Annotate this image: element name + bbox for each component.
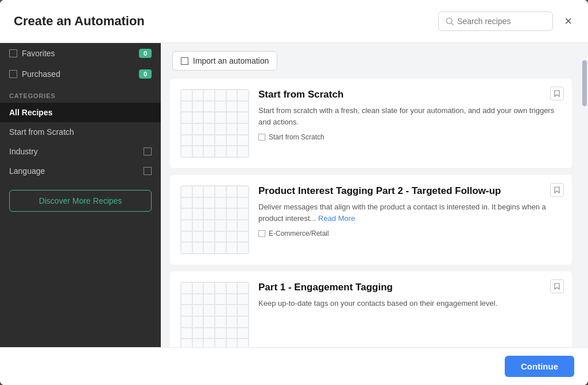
recipe-desc-3: Keep up-to-date tags on your contacts ba…	[258, 298, 562, 309]
grid-cell	[215, 339, 226, 347]
recipe-thumbnail-1: // grid cells rendered inline below	[180, 89, 249, 158]
svg-line-1	[451, 23, 454, 25]
grid-cell	[192, 305, 204, 316]
grid-cell	[237, 123, 249, 135]
grid-cell	[203, 90, 215, 101]
recipe-bookmark-button-2[interactable]	[550, 183, 564, 197]
grid-cell	[192, 316, 204, 328]
create-automation-modal: Create an Automation × Favorites 0	[0, 0, 588, 385]
grid-cell	[215, 294, 226, 305]
grid-cell	[192, 123, 204, 135]
purchased-checkbox[interactable]	[9, 70, 17, 78]
grid-cell	[215, 282, 226, 294]
grid-cell	[237, 220, 249, 231]
grid-cell	[226, 135, 238, 146]
grid-cell	[226, 294, 238, 305]
recipe-bookmark-button-1[interactable]	[550, 87, 564, 100]
favorites-checkbox[interactable]	[9, 49, 17, 57]
grid-cell	[181, 242, 192, 254]
grid-cell	[215, 316, 226, 328]
grid-cell	[215, 328, 226, 339]
all-recipes-label: All Recipes	[9, 108, 52, 117]
grid-cell	[237, 328, 249, 339]
grid-cell	[226, 231, 238, 243]
grid-cell	[203, 220, 215, 231]
recipe-bookmark-button-3[interactable]	[550, 279, 564, 293]
grid-cell	[237, 90, 249, 101]
grid-cell	[226, 146, 238, 157]
grid-cell	[215, 220, 226, 231]
grid-cell	[203, 208, 215, 220]
main-toolbar: Import an automation	[161, 43, 581, 79]
continue-button[interactable]: Continue	[505, 356, 574, 377]
grid-cell	[226, 123, 238, 135]
sidebar: Favorites 0 Purchased 0 CATEGORIES All R…	[0, 43, 161, 347]
grid-cell	[237, 101, 249, 112]
grid-cell	[181, 231, 192, 243]
grid-cell	[181, 328, 192, 339]
recipe-tag-2: E-Commerce/Retail	[258, 230, 562, 238]
language-expand-icon[interactable]	[144, 167, 152, 175]
grid-cell	[215, 146, 226, 157]
sidebar-item-purchased[interactable]: Purchased 0	[0, 64, 161, 84]
sidebar-item-language[interactable]: Language	[0, 161, 161, 181]
recipes-list: // grid cells rendered inline below Star…	[161, 79, 581, 347]
grid-cell	[215, 101, 226, 112]
grid-cell	[226, 101, 238, 112]
grid-cell	[181, 197, 192, 209]
scrollbar-track[interactable]	[581, 43, 588, 347]
recipe-content-3: Part 1 - Engagement Tagging Keep up-to-d…	[258, 282, 562, 315]
grid-cell	[181, 220, 192, 231]
grid-cell	[215, 90, 226, 101]
modal-header: Create an Automation ×	[0, 0, 588, 43]
grid-cell	[215, 242, 226, 254]
search-input[interactable]	[457, 17, 546, 26]
grid-cell	[181, 135, 192, 146]
grid-cell	[237, 305, 249, 316]
grid-cell	[203, 135, 215, 146]
scrollbar-thumb[interactable]	[582, 60, 587, 106]
grid-cell	[181, 123, 192, 135]
sidebar-item-industry[interactable]: Industry	[0, 142, 161, 161]
close-button[interactable]: ×	[562, 13, 574, 30]
grid-cell	[181, 339, 192, 347]
grid-cell	[192, 294, 204, 305]
grid-cell	[226, 328, 238, 339]
grid-cell	[192, 328, 204, 339]
recipe-card-product-interest: Product Interest Tagging Part 2 - Target…	[170, 175, 572, 265]
tag-checkbox-1	[258, 134, 265, 141]
import-automation-button[interactable]: Import an automation	[172, 51, 277, 71]
grid-cell	[215, 208, 226, 220]
grid-cell	[181, 90, 192, 101]
discover-more-recipes-button[interactable]: Discover More Recipes	[9, 190, 152, 212]
recipe-desc-2: Deliver messages that align with the pro…	[258, 201, 562, 224]
read-more-link-2[interactable]: Read More	[318, 214, 355, 223]
grid-cell	[203, 123, 215, 135]
industry-expand-icon[interactable]	[144, 147, 152, 155]
sidebar-item-all-recipes[interactable]: All Recipes	[0, 103, 161, 122]
sidebar-item-favorites[interactable]: Favorites 0	[0, 43, 161, 64]
grid-cell	[181, 101, 192, 112]
grid-cell	[203, 316, 215, 328]
grid-cell	[237, 242, 249, 254]
grid-cell	[203, 146, 215, 157]
sidebar-item-start-from-scratch[interactable]: Start from Scratch	[0, 122, 161, 142]
grid-cell	[192, 197, 204, 209]
grid-cell	[192, 208, 204, 220]
grid-cell	[203, 339, 215, 347]
grid-cell	[237, 282, 249, 294]
grid-cell	[226, 197, 238, 209]
grid-cell	[181, 316, 192, 328]
recipe-content-2: Product Interest Tagging Part 2 - Target…	[258, 185, 562, 238]
modal-title: Create an Automation	[14, 14, 145, 29]
grid-cell	[226, 305, 238, 316]
language-label: Language	[9, 166, 45, 176]
grid-cell	[192, 242, 204, 254]
grid-cell	[237, 112, 249, 123]
grid-cell	[181, 294, 192, 305]
grid-cell	[226, 242, 238, 254]
search-box[interactable]	[438, 11, 553, 31]
import-icon	[181, 57, 188, 65]
grid-cell	[192, 135, 204, 146]
grid-cell	[215, 112, 226, 123]
